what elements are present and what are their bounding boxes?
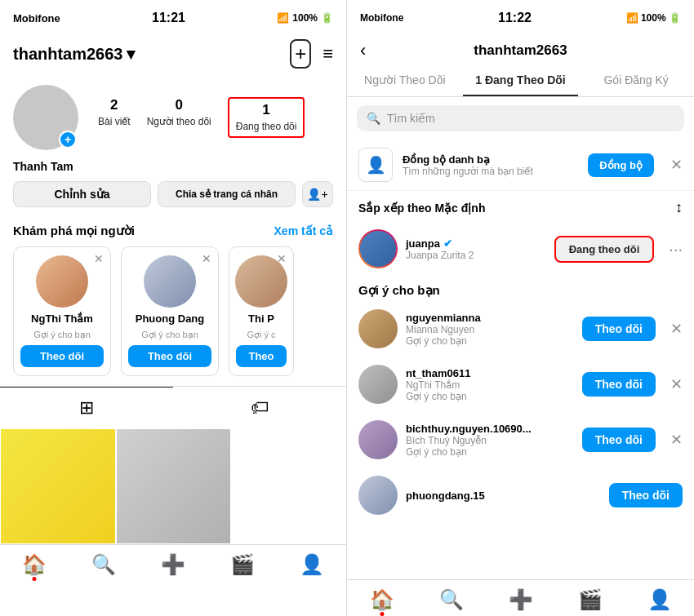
stat-following-num: 1 (236, 102, 297, 118)
profile-icon-left: 👤 (300, 553, 324, 576)
battery-right: 📶 100% 🔋 (626, 12, 681, 24)
juanpa-avatar-ring (358, 229, 398, 268)
nav-add-right[interactable]: ➕ (486, 588, 555, 611)
right-panel: Mobifone 11:22 📶 100% 🔋 ‹ thanhtam2663 N… (347, 0, 694, 616)
info-nttham: nt_tham0611 NgThi Thắm Gợi ý cho bạn (406, 367, 574, 402)
follow-button-phuongdang[interactable]: Theo dõi (609, 483, 683, 507)
close-suggestion-3[interactable]: ✕ (277, 252, 287, 265)
nav-add-left[interactable]: ➕ (139, 553, 208, 576)
home-dot-right (380, 612, 384, 616)
sugg-avatar-1 (36, 255, 88, 308)
tagged-tab[interactable]: 🏷 (173, 387, 346, 428)
username-left: thanhtam2663 (13, 45, 123, 64)
post-thumb-1[interactable] (0, 428, 116, 544)
sub2-nguyenmianna: Gợi ý cho bạn (406, 335, 574, 347)
nav-home-left[interactable]: 🏠 (0, 553, 69, 576)
carrier-right: Mobifone (360, 12, 403, 24)
follow-button-nttham[interactable]: Theo dõi (582, 372, 656, 397)
close-nguyenmianna[interactable]: ✕ (670, 320, 683, 338)
nav-search-left[interactable]: 🔍 (69, 553, 139, 576)
sugg-name-3: Thi P (248, 312, 274, 325)
avatar-bichthuy (358, 420, 398, 459)
nav-profile-left[interactable]: 👤 (277, 553, 346, 576)
search-icon-right2: 🔍 (439, 588, 464, 611)
stat-followers: 0 Người theo dõi (147, 97, 211, 138)
sort-icon[interactable]: ↕ (675, 199, 683, 216)
back-button[interactable]: ‹ (360, 40, 366, 61)
discover-title: Khám phá mọi người (13, 224, 135, 238)
juanpa-subtitle: Juanpa Zurita 2 (406, 250, 546, 261)
menu-icon[interactable]: ≡ (323, 43, 333, 64)
more-icon-juanpa[interactable]: ··· (669, 240, 683, 259)
follow-item-juanpa: juanpa ✔ Juanpa Zurita 2 Đang theo dõi ·… (347, 221, 694, 277)
dropdown-icon[interactable]: ▾ (127, 44, 135, 64)
follow-item-phuongdang: phuongdang.15 Theo dõi (347, 468, 694, 523)
follow-button-3[interactable]: Theo (236, 345, 287, 367)
stat-posts-num: 2 (98, 97, 131, 113)
tab-nguoi-theo-doi[interactable]: Người Theo Dõi (347, 65, 463, 96)
verified-icon: ✔ (443, 237, 452, 250)
follow-button-bichthuy[interactable]: Theo dõi (582, 428, 656, 452)
right-header: ‹ thanhtam2663 (347, 36, 694, 65)
name-bichthuy: bichthuy.nguyen.10690... (406, 423, 574, 435)
subtitle-nguyenmianna: Mianna Nguyen (406, 324, 574, 335)
time-right: 11:22 (498, 11, 532, 25)
follow-button-nguyenmianna[interactable]: Theo dõi (582, 317, 656, 341)
grid-tab[interactable]: ⊞ (0, 387, 173, 428)
reels-icon-left: 🎬 (230, 553, 255, 576)
sort-label: Sắp xếp theo Mặc định (358, 202, 485, 215)
add-icon-left: ➕ (161, 553, 185, 576)
close-bichthuy[interactable]: ✕ (670, 431, 683, 449)
sync-subtitle: Tìm những người mà bạn biết (403, 166, 578, 177)
juanpa-info: juanpa ✔ Juanpa Zurita 2 (406, 237, 546, 261)
suggestion-card-1: ✕ NgThi Thắm Gợi ý cho bạn Theo dõi (13, 246, 111, 376)
sugg-sub-1: Gợi ý cho bạn (33, 330, 91, 340)
status-bar-left: Mobifone 11:21 📶 100% 🔋 (0, 0, 346, 36)
grid-icon: ⊞ (79, 397, 94, 419)
avatar-plus-icon[interactable]: + (59, 131, 77, 148)
follow-button-1[interactable]: Theo dõi (20, 345, 104, 367)
share-profile-button[interactable]: Chia sẻ trang cá nhân (158, 181, 296, 207)
post-thumb-2[interactable] (116, 428, 232, 544)
stat-following-label: Đang theo dõi (236, 121, 297, 132)
sync-title: Đồng bộ danh bạ (403, 153, 578, 166)
follow-button-2[interactable]: Theo dõi (128, 345, 211, 367)
home-icon-right: 🏠 (370, 588, 394, 611)
carrier-left: Mobifone (13, 12, 60, 24)
search-icon-right: 🔍 (367, 112, 380, 125)
close-suggestion-2[interactable]: ✕ (202, 252, 211, 265)
add-icon-right: ➕ (509, 588, 533, 611)
search-bar[interactable]: 🔍 Tìm kiếm (357, 105, 684, 131)
close-nttham[interactable]: ✕ (670, 375, 683, 393)
sub2-nttham: Gợi ý cho bạn (406, 391, 574, 402)
tagged-icon: 🏷 (251, 397, 269, 419)
stats-row: 2 Bài viết 0 Người theo dõi 1 Đang theo … (98, 97, 305, 138)
stat-following[interactable]: 1 Đang theo dõi (228, 97, 305, 138)
profile-section: + 2 Bài viết 0 Người theo dõi 1 Đang the… (0, 75, 346, 157)
nav-search-right[interactable]: 🔍 (416, 588, 486, 611)
sugg-sub-3: Gợi ý c (247, 330, 275, 340)
following-button-juanpa[interactable]: Đang theo dõi (554, 236, 655, 263)
see-all-link[interactable]: Xem tất cả (274, 224, 333, 237)
sugg-name-2: Phuong Dang (136, 312, 205, 325)
tab-dang-theo-doi[interactable]: 1 Đang Theo Dõi (463, 65, 579, 96)
edit-profile-button[interactable]: Chỉnh sửa (13, 181, 151, 207)
nav-reels-left[interactable]: 🎬 (207, 553, 277, 576)
search-placeholder: Tìm kiếm (387, 112, 435, 125)
follow-item-nttham: nt_tham0611 NgThi Thắm Gợi ý cho bạn The… (347, 357, 694, 412)
avatar-nguyenmianna (358, 309, 398, 348)
tab-goi-dang-ky[interactable]: Gói Đăng Ký (578, 65, 694, 96)
name-nguyenmianna: nguyenmianna (406, 312, 574, 324)
name-phuongdang: phuongdang.15 (406, 490, 601, 502)
add-friend-button[interactable]: 👤+ (302, 181, 333, 207)
sync-close-icon[interactable]: ✕ (670, 156, 683, 174)
sync-button[interactable]: Đồng bộ (588, 153, 654, 177)
search-icon-left: 🔍 (91, 553, 116, 576)
close-suggestion-1[interactable]: ✕ (94, 252, 104, 265)
nav-home-right[interactable]: 🏠 (347, 588, 416, 611)
add-post-icon[interactable]: + (290, 39, 311, 69)
username-row[interactable]: thanhtam2663 ▾ (13, 44, 135, 64)
nav-reels-right[interactable]: 🎬 (555, 588, 625, 611)
nav-profile-right[interactable]: 👤 (625, 588, 694, 611)
header-left: thanhtam2663 ▾ + ≡ (0, 36, 346, 75)
